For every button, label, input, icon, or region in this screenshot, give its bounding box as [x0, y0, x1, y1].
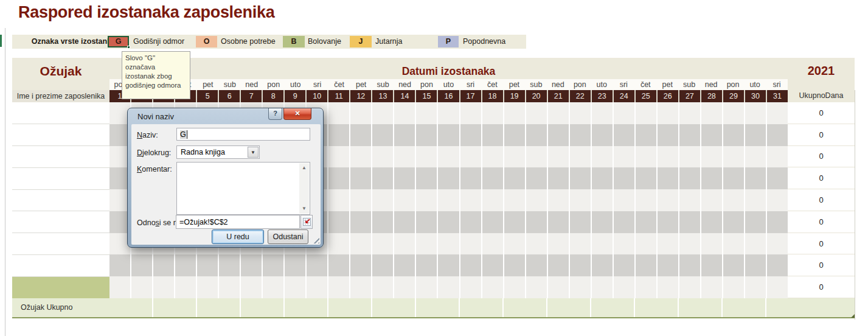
day-name-cell[interactable]: uto — [744, 79, 766, 90]
absence-cell[interactable] — [679, 146, 700, 168]
absence-cell[interactable] — [372, 146, 393, 168]
absence-cell[interactable] — [636, 254, 656, 276]
absence-cell[interactable] — [131, 276, 152, 298]
absence-cell[interactable] — [767, 146, 788, 168]
absence-cell[interactable] — [526, 146, 547, 168]
absence-cell[interactable] — [679, 211, 700, 233]
absence-cell[interactable] — [504, 167, 525, 189]
absence-cell[interactable] — [504, 254, 525, 276]
absence-cell[interactable] — [416, 167, 437, 189]
absence-cell[interactable] — [570, 102, 591, 124]
absence-cell[interactable] — [658, 254, 678, 276]
absence-cell[interactable] — [350, 189, 371, 211]
help-icon[interactable]: ? — [268, 108, 282, 120]
absence-cell[interactable] — [592, 102, 613, 124]
date-cell[interactable]: 21 — [548, 90, 569, 102]
absence-cell[interactable] — [658, 146, 678, 168]
day-name-cell[interactable]: sri — [460, 79, 482, 90]
day-name-cell[interactable]: pet — [503, 79, 525, 90]
absence-cell[interactable] — [614, 102, 634, 124]
absence-cell[interactable] — [592, 233, 613, 255]
absence-cell[interactable] — [416, 146, 437, 168]
absence-cell[interactable] — [372, 189, 393, 211]
absence-cell[interactable] — [526, 233, 547, 255]
absence-cell[interactable] — [592, 124, 613, 146]
absence-cell[interactable] — [548, 211, 569, 233]
date-cell[interactable]: 25 — [636, 90, 656, 102]
absence-cell[interactable] — [372, 124, 393, 146]
absence-cell[interactable] — [614, 146, 634, 168]
absence-cell[interactable] — [745, 102, 766, 124]
absence-cell[interactable] — [526, 167, 547, 189]
absence-cell[interactable] — [394, 124, 415, 146]
date-cell[interactable]: 30 — [745, 90, 766, 102]
date-cell[interactable]: 19 — [504, 90, 525, 102]
absence-cell[interactable] — [241, 254, 262, 276]
absence-cell[interactable] — [394, 233, 415, 255]
absence-cell[interactable] — [767, 211, 788, 233]
absence-cell[interactable] — [745, 167, 766, 189]
absence-cell[interactable] — [723, 146, 744, 168]
scroll-up-icon[interactable]: ▲ — [299, 163, 309, 173]
date-cell[interactable]: 13 — [372, 90, 393, 102]
absence-cell[interactable] — [636, 233, 656, 255]
date-cell[interactable]: 9 — [285, 90, 305, 102]
day-name-cell[interactable]: sub — [678, 79, 700, 90]
close-icon[interactable]: ✕ — [283, 108, 311, 120]
absence-cell[interactable] — [658, 276, 678, 298]
absence-cell[interactable] — [460, 211, 481, 233]
date-cell[interactable]: 17 — [460, 90, 481, 102]
absence-cell[interactable] — [570, 146, 591, 168]
absence-cell[interactable] — [614, 124, 634, 146]
absence-cell[interactable] — [438, 146, 459, 168]
date-cell[interactable]: 27 — [679, 90, 700, 102]
absence-cell[interactable] — [482, 167, 503, 189]
absence-cell[interactable] — [658, 233, 678, 255]
absence-cell[interactable] — [701, 146, 722, 168]
absence-cell[interactable] — [307, 276, 327, 298]
absence-cell[interactable] — [723, 276, 744, 298]
date-cell[interactable]: 11 — [328, 90, 349, 102]
cancel-button[interactable]: Odustani — [268, 229, 308, 244]
total-days-cell[interactable]: 0 — [788, 254, 855, 276]
day-name-cell[interactable]: uto — [285, 79, 307, 90]
absence-cell[interactable] — [416, 102, 437, 124]
table-resize-grip[interactable] — [851, 314, 855, 318]
date-cell[interactable]: 10 — [307, 90, 327, 102]
absence-cell[interactable] — [504, 124, 525, 146]
absence-cell[interactable] — [701, 276, 722, 298]
total-days-cell[interactable]: 0 — [788, 146, 855, 168]
absence-cell[interactable] — [526, 276, 547, 298]
absence-cell[interactable] — [328, 146, 349, 168]
absence-cell[interactable] — [438, 189, 459, 211]
absence-cell[interactable] — [416, 124, 437, 146]
absence-cell[interactable] — [723, 254, 744, 276]
absence-cell[interactable] — [701, 167, 722, 189]
scope-dropdown[interactable]: Radna knjiga ▼ — [176, 145, 260, 159]
day-name-cell[interactable]: ned — [394, 79, 416, 90]
absence-cell[interactable] — [350, 124, 371, 146]
absence-cell[interactable] — [416, 254, 437, 276]
day-name-cell[interactable]: pet — [350, 79, 372, 90]
day-name-cell[interactable]: pon — [416, 79, 438, 90]
absence-cell[interactable] — [372, 233, 393, 255]
absence-cell[interactable] — [394, 276, 415, 298]
employee-name-cell[interactable] — [12, 277, 109, 298]
absence-cell[interactable] — [482, 233, 503, 255]
absence-cell[interactable] — [504, 146, 525, 168]
absence-cell[interactable] — [767, 254, 788, 276]
day-name-cell[interactable]: pon — [569, 79, 591, 90]
absence-cell[interactable] — [372, 276, 393, 298]
absence-cell[interactable] — [460, 146, 481, 168]
absence-cell[interactable] — [592, 189, 613, 211]
absence-cell[interactable] — [416, 233, 437, 255]
absence-cell[interactable] — [328, 254, 349, 276]
absence-cell[interactable] — [482, 124, 503, 146]
absence-cell[interactable] — [460, 102, 481, 124]
month-total-row[interactable]: Ožujak Ukupno — [12, 298, 855, 318]
absence-cell[interactable] — [438, 102, 459, 124]
absence-cell[interactable] — [723, 167, 744, 189]
absence-cell[interactable] — [701, 102, 722, 124]
legend-badge-O[interactable]: O — [196, 36, 217, 47]
day-name-cell[interactable]: sub — [372, 79, 394, 90]
